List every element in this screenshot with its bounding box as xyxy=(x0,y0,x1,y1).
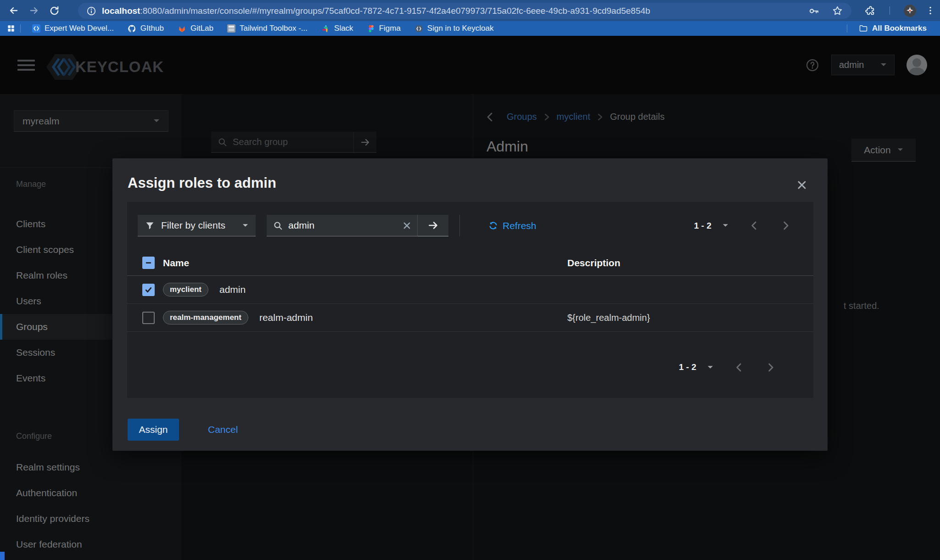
all-bookmarks-separator xyxy=(847,24,847,33)
assign-roles-modal: Assign roles to admin Filter by clients xyxy=(112,158,828,451)
bookmark-gitlab[interactable]: GitLab xyxy=(178,24,213,33)
role-name: realm-admin xyxy=(259,312,313,323)
role-search-input[interactable] xyxy=(288,220,397,231)
browser-chrome: localhost:8080/admin/master/console/#/my… xyxy=(0,0,940,36)
chevron-right-icon xyxy=(768,363,774,372)
bookmark-label: Sign in to Keycloak xyxy=(427,24,494,33)
pagination-prev-button[interactable] xyxy=(747,219,761,233)
password-key-icon[interactable] xyxy=(808,5,820,17)
expert-web-dev-favicon xyxy=(32,24,40,33)
pagination-menu-caret-icon[interactable] xyxy=(722,224,728,228)
all-bookmarks-button[interactable]: All Bookmarks xyxy=(859,24,927,33)
forward-arrow-icon xyxy=(28,5,39,16)
role-search-field[interactable] xyxy=(267,215,417,236)
extensions-puzzle-icon[interactable] xyxy=(864,5,876,17)
keycloak-favicon xyxy=(414,24,423,33)
cancel-button[interactable]: Cancel xyxy=(208,424,238,435)
row-checkbox-checked[interactable] xyxy=(142,284,155,296)
back-button[interactable] xyxy=(4,1,24,20)
toolbar-separator xyxy=(459,215,460,236)
bookmark-expert-web-dev[interactable]: Expert Web Devel... xyxy=(32,24,114,33)
bookmark-tailwind-toolbox[interactable]: Tailwind Toolbox -... xyxy=(227,24,308,33)
folder-icon xyxy=(859,24,868,33)
column-header-description: Description xyxy=(567,258,798,269)
select-all-checkbox[interactable] xyxy=(142,257,155,269)
roles-table: Name Description myclient admin realm-ma… xyxy=(127,250,813,332)
site-info-icon[interactable] xyxy=(86,6,96,16)
pagination-range: 1 - 2 xyxy=(694,221,711,231)
url-host: localhost xyxy=(102,6,140,16)
bookmark-slack[interactable]: Slack xyxy=(321,24,353,33)
pagination-menu-caret-icon[interactable] xyxy=(707,365,713,370)
gitlab-favicon xyxy=(178,24,186,33)
bookmark-label: Tailwind Toolbox -... xyxy=(240,24,308,33)
forward-button[interactable] xyxy=(24,1,44,20)
column-header-name: Name xyxy=(163,258,559,269)
role-name-cell: realm-management realm-admin xyxy=(163,311,559,325)
pagination-top: 1 - 2 xyxy=(694,219,793,233)
role-search-submit-button[interactable] xyxy=(417,215,448,236)
table-row[interactable]: myclient admin xyxy=(127,276,813,304)
role-search xyxy=(267,215,448,236)
url-bar[interactable]: localhost:8080/admin/master/console/#/my… xyxy=(78,3,851,19)
pagination-next-button[interactable] xyxy=(779,219,793,233)
pagination-next-button[interactable] xyxy=(764,360,778,374)
bookmark-label: Slack xyxy=(334,24,353,33)
chevron-left-icon xyxy=(751,221,757,230)
modal-title: Assign roles to admin xyxy=(128,175,276,191)
row-checkbox-unchecked[interactable] xyxy=(142,312,155,324)
close-icon xyxy=(797,180,807,190)
pagination-prev-button[interactable] xyxy=(732,360,745,374)
search-icon xyxy=(273,221,283,230)
role-name: admin xyxy=(219,284,246,295)
slack-favicon xyxy=(321,24,330,33)
bookmarks-separator xyxy=(20,24,21,33)
bookmark-figma[interactable]: Figma xyxy=(367,24,401,33)
filter-dropdown-label: Filter by clients xyxy=(161,220,236,231)
checkmark-icon xyxy=(145,286,152,294)
bookmark-label: GIthub xyxy=(140,24,164,33)
roles-toolbar: Filter by clients Refresh 1 - 2 xyxy=(138,215,793,236)
refresh-icon xyxy=(488,221,498,230)
table-row[interactable]: realm-management realm-admin ${role_real… xyxy=(127,304,813,332)
url-text: localhost:8080/admin/master/console/#/my… xyxy=(102,6,808,16)
refresh-label: Refresh xyxy=(503,220,537,231)
arrow-right-icon xyxy=(427,219,439,231)
refresh-button[interactable]: Refresh xyxy=(488,220,537,231)
clear-search-icon[interactable] xyxy=(403,222,411,230)
chevron-down-icon xyxy=(242,224,248,228)
tailwind-toolbox-favicon xyxy=(227,24,235,33)
bookmark-label: Expert Web Devel... xyxy=(45,24,114,33)
role-name-cell: myclient admin xyxy=(163,283,559,297)
bookmarks-bar: Expert Web Devel... GIthub GitLab Tailwi… xyxy=(0,21,940,36)
role-description: ${role_realm-admin} xyxy=(567,313,798,323)
corner-artifact xyxy=(0,552,5,560)
modal-close-button[interactable] xyxy=(795,178,809,192)
modal-footer: Assign Cancel xyxy=(128,419,238,441)
apps-grid-icon[interactable] xyxy=(6,24,16,33)
profile-image xyxy=(904,5,916,17)
bookmark-label: GitLab xyxy=(190,24,213,33)
bookmark-github[interactable]: GIthub xyxy=(128,24,164,33)
bookmark-star-icon[interactable] xyxy=(832,5,843,17)
browser-menu-dots-icon[interactable] xyxy=(925,6,935,16)
all-bookmarks-label: All Bookmarks xyxy=(872,24,927,33)
toolbar-separator xyxy=(890,6,890,15)
bookmark-keycloak[interactable]: Sign in to Keycloak xyxy=(414,24,494,33)
roles-panel: Filter by clients Refresh 1 - 2 xyxy=(127,202,813,398)
back-arrow-icon xyxy=(8,5,19,16)
url-path: :8080/admin/master/console/#/myrealm/gro… xyxy=(140,6,650,16)
indeterminate-minus-icon xyxy=(145,259,152,266)
client-badge: realm-management xyxy=(163,311,248,325)
chevron-right-icon xyxy=(783,221,789,230)
browser-profile-avatar[interactable] xyxy=(904,5,916,17)
figma-favicon xyxy=(367,25,375,33)
assign-button[interactable]: Assign xyxy=(128,419,179,441)
browser-toolbar: localhost:8080/admin/master/console/#/my… xyxy=(0,0,940,21)
reload-button[interactable] xyxy=(44,1,64,20)
pagination-bottom: 1 - 2 xyxy=(679,351,778,383)
table-header-row: Name Description xyxy=(127,250,813,276)
filter-by-clients-dropdown[interactable]: Filter by clients xyxy=(138,215,256,236)
client-badge: myclient xyxy=(163,283,208,297)
pagination-range: 1 - 2 xyxy=(679,362,696,372)
